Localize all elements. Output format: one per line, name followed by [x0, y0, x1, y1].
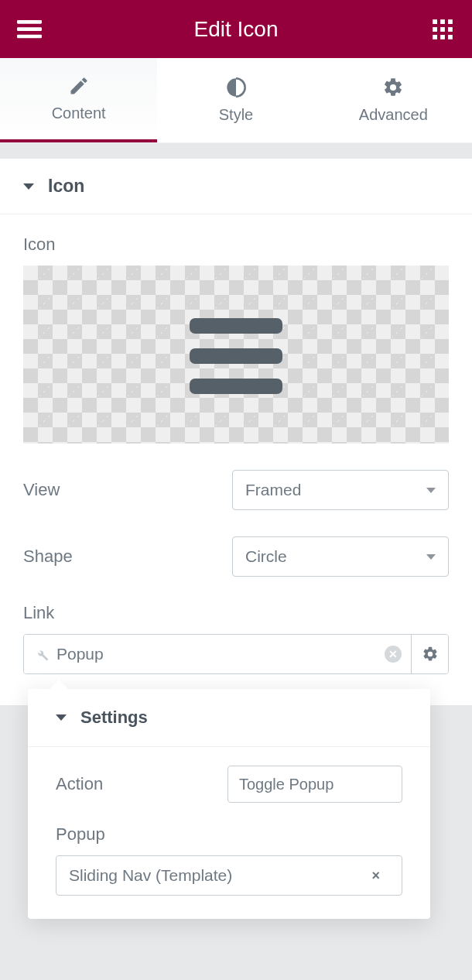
tab-content-label: Content — [52, 105, 106, 122]
svg-rect-1 — [17, 27, 42, 31]
wrench-icon — [33, 646, 49, 662]
contrast-icon — [225, 77, 247, 98]
svg-rect-11 — [448, 35, 453, 39]
view-select-value: Framed — [245, 481, 301, 499]
content-area: Icon View Framed Shape Circle Link — [0, 214, 472, 705]
view-row: View Framed — [23, 470, 449, 510]
view-label: View — [23, 480, 232, 500]
caret-down-icon — [56, 714, 67, 721]
clear-icon[interactable]: × — [371, 868, 380, 884]
svg-rect-2 — [17, 34, 42, 38]
popup-label: Popup — [56, 824, 402, 845]
section-header[interactable]: Icon — [0, 159, 472, 214]
tab-advanced-label: Advanced — [359, 106, 428, 124]
svg-rect-10 — [440, 35, 445, 39]
tab-style-label: Style — [219, 106, 253, 124]
tab-style[interactable]: Style — [157, 58, 314, 142]
svg-rect-8 — [448, 27, 453, 32]
svg-rect-0 — [17, 20, 42, 24]
popover-body: Action Toggle Popup Popup Sliding Nav (T… — [28, 747, 430, 919]
menu-icon[interactable] — [15, 15, 43, 43]
link-settings-popover: Settings Action Toggle Popup Popup Slidi… — [28, 689, 430, 919]
clear-icon[interactable]: ✕ — [385, 646, 402, 663]
caret-down-icon — [23, 183, 34, 190]
shape-row: Shape Circle — [23, 536, 449, 577]
link-input-value: Popup — [56, 645, 377, 663]
popover-title: Settings — [80, 708, 148, 728]
section-title: Icon — [48, 176, 84, 197]
icon-preview[interactable] — [23, 266, 449, 444]
icon-field-label: Icon — [23, 235, 449, 255]
svg-rect-9 — [433, 35, 437, 39]
chevron-down-icon — [426, 488, 436, 493]
svg-rect-6 — [433, 27, 437, 32]
chevron-down-icon — [426, 554, 436, 560]
bars-icon — [190, 312, 282, 397]
view-select[interactable]: Framed — [232, 470, 449, 510]
app-header: Edit Icon — [0, 0, 472, 58]
shape-label: Shape — [23, 547, 232, 567]
svg-rect-5 — [448, 19, 453, 24]
svg-rect-4 — [440, 19, 445, 24]
shape-select[interactable]: Circle — [232, 536, 449, 577]
action-select-value: Toggle Popup — [239, 776, 333, 793]
link-input-row: Popup ✕ — [23, 634, 449, 674]
panel: Icon Icon View Framed Shape Circle Lin — [0, 159, 472, 705]
link-input[interactable]: Popup ✕ — [24, 635, 411, 673]
gear-icon — [382, 77, 404, 98]
popover-header[interactable]: Settings — [28, 689, 430, 747]
svg-rect-12 — [190, 318, 282, 334]
action-select[interactable]: Toggle Popup — [227, 766, 402, 803]
gear-icon — [422, 646, 439, 663]
apps-icon[interactable] — [429, 15, 457, 43]
svg-rect-7 — [440, 27, 445, 32]
link-settings-button[interactable] — [411, 635, 448, 673]
header-title: Edit Icon — [194, 17, 279, 42]
shape-select-value: Circle — [245, 547, 287, 566]
pencil-icon — [68, 75, 90, 97]
tabs: Content Style Advanced — [0, 58, 472, 143]
link-label: Link — [23, 603, 449, 623]
tab-content[interactable]: Content — [0, 58, 157, 142]
popup-select[interactable]: Sliding Nav (Template) × — [56, 855, 402, 896]
svg-rect-13 — [190, 348, 282, 364]
popup-select-value: Sliding Nav (Template) — [69, 866, 232, 885]
action-row: Action Toggle Popup — [56, 766, 402, 803]
tab-advanced[interactable]: Advanced — [315, 58, 472, 142]
action-label: Action — [56, 774, 103, 794]
svg-rect-3 — [433, 19, 437, 24]
svg-rect-14 — [190, 379, 282, 394]
